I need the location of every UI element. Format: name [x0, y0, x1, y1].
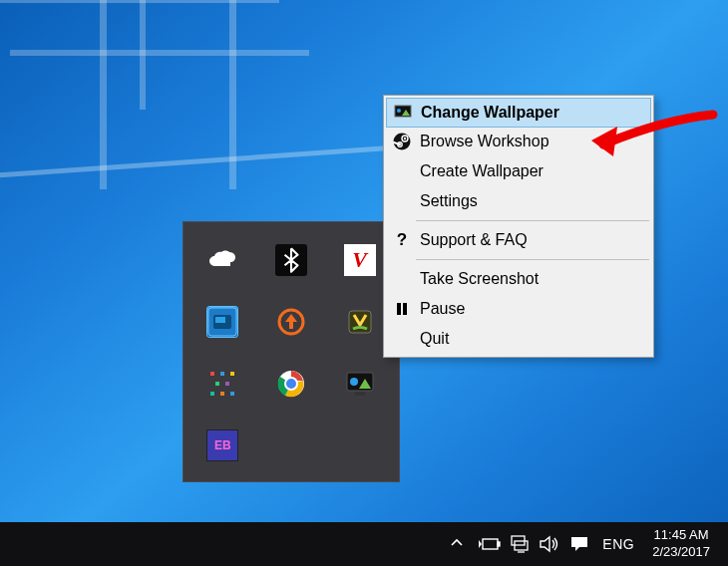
onedrive-icon[interactable]: [206, 244, 238, 276]
menu-item-label: Quit: [420, 330, 449, 348]
desktop-wallpaper: V EB Change W: [0, 0, 728, 566]
svg-point-14: [285, 378, 297, 390]
menu-separator: [416, 220, 649, 221]
menu-pause[interactable]: Pause: [386, 294, 651, 324]
svg-rect-5: [210, 372, 214, 376]
svg-rect-27: [498, 542, 500, 546]
menu-item-label: Support & FAQ: [420, 231, 528, 249]
menu-settings[interactable]: Settings: [386, 186, 651, 216]
menu-item-label: Browse Workshop: [420, 133, 549, 150]
vivaldi-icon[interactable]: V: [344, 244, 376, 276]
wallpaper-engine-icon: [393, 103, 413, 123]
svg-point-20: [394, 134, 411, 150]
annotation-arrow: [583, 105, 723, 174]
svg-rect-24: [397, 303, 401, 315]
taskbar: ENG 11:45 AM 2/23/2017: [0, 522, 728, 566]
menu-take-screenshot[interactable]: Take Screenshot: [386, 264, 651, 294]
svg-rect-26: [483, 539, 498, 549]
svg-rect-4: [349, 311, 371, 333]
svg-point-16: [350, 378, 358, 386]
svg-rect-9: [225, 382, 229, 386]
menu-separator: [416, 259, 649, 260]
show-hidden-icons-chevron[interactable]: [439, 536, 475, 553]
chrome-icon[interactable]: [275, 368, 307, 400]
menu-item-label: Pause: [420, 300, 465, 318]
svg-rect-12: [230, 392, 234, 396]
svg-point-19: [397, 109, 401, 113]
clock[interactable]: 11:45 AM 2/23/2017: [642, 527, 720, 561]
svg-point-22: [404, 138, 406, 140]
menu-item-label: Take Screenshot: [420, 270, 539, 288]
intel-graphics-icon[interactable]: [206, 306, 238, 338]
network-icon[interactable]: [505, 522, 535, 566]
svg-rect-8: [215, 382, 219, 386]
svg-rect-6: [220, 372, 224, 376]
svg-rect-10: [210, 392, 214, 396]
svg-rect-25: [403, 303, 407, 315]
monitor-tool-icon[interactable]: EB: [206, 429, 238, 461]
battery-icon[interactable]: [475, 522, 505, 566]
idm-icon[interactable]: [344, 306, 376, 338]
menu-item-label: Create Wallpaper: [420, 162, 544, 180]
volume-icon[interactable]: [535, 522, 564, 566]
app-grid-icon[interactable]: [206, 368, 238, 400]
tray-overflow-panel[interactable]: V EB: [182, 221, 400, 482]
bluetooth-icon[interactable]: [275, 244, 307, 276]
question-icon: ?: [392, 230, 412, 250]
clock-time: 11:45 AM: [652, 527, 710, 544]
wallpaper-engine-tray-icon[interactable]: [344, 368, 376, 400]
clock-date: 2/23/2017: [652, 544, 710, 561]
pause-icon: [392, 299, 412, 319]
language-indicator[interactable]: ENG: [594, 536, 642, 552]
menu-support-faq[interactable]: ? Support & FAQ: [386, 225, 651, 255]
svg-rect-2: [215, 317, 225, 323]
svg-rect-17: [355, 392, 365, 396]
action-center-icon[interactable]: [564, 522, 594, 566]
svg-rect-7: [230, 372, 234, 376]
menu-item-label: Settings: [420, 192, 478, 210]
menu-quit[interactable]: Quit: [386, 324, 651, 354]
updater-icon[interactable]: [275, 306, 307, 338]
steam-icon: [392, 132, 412, 151]
menu-item-label: Change Wallpaper: [421, 104, 559, 122]
svg-rect-11: [220, 392, 224, 396]
